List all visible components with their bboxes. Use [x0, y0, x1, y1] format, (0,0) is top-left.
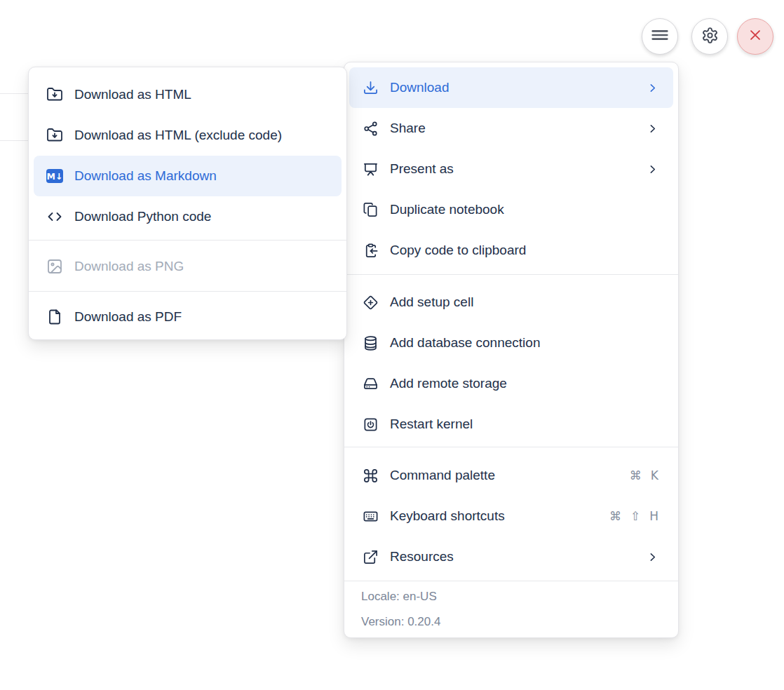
submenu-item-download-html[interactable]: Download as HTML [34, 74, 342, 115]
menu-item-copy-code[interactable]: Copy code to clipboard [349, 230, 673, 271]
background-rule [0, 140, 31, 141]
menu-item-label: Add remote storage [390, 376, 507, 391]
folder-down-icon [46, 127, 63, 144]
menu-item-label: Resources [390, 549, 454, 564]
download-submenu: Download as HTML Download as HTML (exclu… [28, 67, 347, 340]
menu-item-share[interactable]: Share [349, 108, 673, 149]
command-icon [362, 467, 379, 484]
image-icon [46, 258, 63, 275]
copy-icon [362, 201, 379, 218]
menu-item-present-as[interactable]: Present as [349, 149, 673, 189]
download-icon [362, 79, 379, 96]
hard-drive-icon [362, 375, 379, 392]
locale-text: Locale: en-US [361, 584, 661, 609]
menu-item-command-palette[interactable]: Command palette ⌘K [349, 455, 673, 496]
hamburger-icon [651, 26, 669, 47]
submenu-item-download-html-exclude-code[interactable]: Download as HTML (exclude code) [34, 115, 342, 156]
diamond-plus-icon [362, 294, 379, 311]
menu-item-label: Download as PDF [74, 309, 182, 325]
menu-item-label: Duplicate notebook [390, 202, 504, 217]
clipboard-copy-icon [362, 242, 379, 259]
menu-item-label: Download as PNG [74, 259, 184, 274]
notebook-actions-menu: Download Share Present as Duplicate note… [344, 62, 679, 638]
menu-item-label: Download Python code [74, 209, 211, 224]
menu-item-restart-kernel[interactable]: Restart kernel [349, 404, 673, 445]
menu-item-label: Download as HTML (exclude code) [74, 128, 282, 143]
menu-item-label: Copy code to clipboard [390, 243, 526, 258]
gear-icon [701, 27, 719, 47]
menu-item-label: Restart kernel [390, 417, 473, 432]
close-button[interactable] [737, 18, 773, 55]
chevron-right-icon [647, 123, 658, 135]
version-text: Version: 0.20.4 [361, 609, 661, 635]
chevron-right-icon [647, 551, 658, 563]
chevron-right-icon [647, 82, 658, 94]
menu-item-download[interactable]: Download [349, 67, 673, 108]
keyboard-icon [362, 508, 379, 525]
menu-item-add-database-connection[interactable]: Add database connection [349, 323, 673, 363]
markdown-icon: M↓ [46, 168, 63, 184]
shortcut-keys: ⌘K [630, 468, 658, 482]
shortcut-keys: ⌘⇧H [609, 509, 658, 523]
menu-item-label: Download as HTML [74, 87, 191, 102]
menu-item-keyboard-shortcuts[interactable]: Keyboard shortcuts ⌘⇧H [349, 496, 673, 536]
menu-item-label: Share [390, 121, 426, 136]
submenu-item-download-pdf[interactable]: Download as PDF [34, 297, 342, 337]
chevron-right-icon [647, 163, 658, 175]
close-icon [748, 27, 763, 46]
menu-item-label: Present as [390, 161, 454, 177]
external-link-icon [362, 548, 379, 565]
menu-item-add-setup-cell[interactable]: Add setup cell [349, 282, 673, 323]
settings-button[interactable] [691, 18, 728, 55]
menu-item-label: Download as Markdown [74, 168, 217, 184]
menu-item-duplicate-notebook[interactable]: Duplicate notebook [349, 189, 673, 230]
power-icon [362, 416, 379, 433]
menu-item-label: Download [390, 80, 450, 95]
menu-item-label: Add setup cell [390, 295, 473, 310]
presentation-icon [362, 161, 379, 177]
submenu-item-download-python-code[interactable]: Download Python code [34, 196, 342, 237]
menu-item-resources[interactable]: Resources [349, 536, 673, 577]
folder-down-icon [46, 86, 63, 103]
menu-item-label: Command palette [390, 468, 495, 483]
menu-footer: Locale: en-US Version: 0.20.4 [344, 581, 678, 637]
menu-item-label: Add database connection [390, 335, 540, 351]
share-icon [362, 120, 379, 137]
submenu-item-download-png[interactable]: Download as PNG [34, 246, 342, 287]
submenu-item-download-markdown[interactable]: M↓ Download as Markdown [34, 156, 342, 196]
menu-item-label: Keyboard shortcuts [390, 508, 505, 524]
code-icon [46, 208, 63, 225]
file-icon [46, 309, 63, 325]
background-rule [0, 93, 31, 94]
database-icon [362, 334, 379, 351]
menu-item-add-remote-storage[interactable]: Add remote storage [349, 363, 673, 404]
hamburger-menu-button[interactable] [642, 18, 678, 55]
